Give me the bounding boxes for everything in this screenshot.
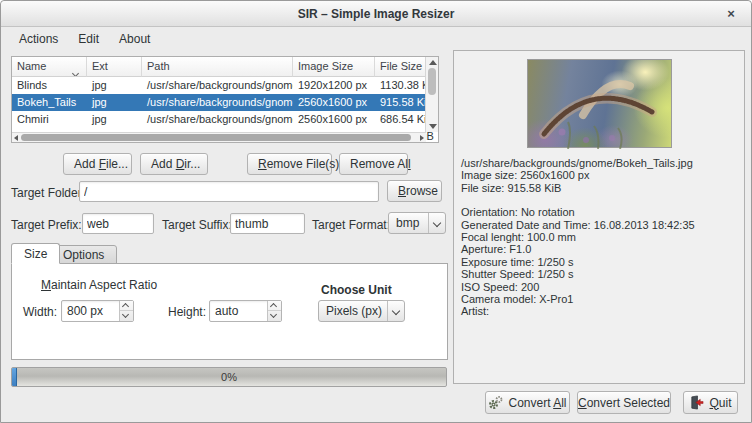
horizontal-scrollbar[interactable] xyxy=(12,132,426,142)
window-title: SIR – Simple Image Resizer xyxy=(298,7,455,21)
horizontal-scroll-thumb[interactable] xyxy=(21,134,411,141)
titlebar[interactable]: SIR – Simple Image Resizer × xyxy=(1,1,751,27)
convert-all-button[interactable]: Convert All xyxy=(485,391,570,414)
remove-all-button[interactable]: Remove All xyxy=(339,153,408,175)
image-details: /usr/share/backgrounds/gnome/Bokeh_Tails… xyxy=(461,157,740,318)
unit-select[interactable]: Pixels (px) xyxy=(318,300,405,322)
detail-camera: Camera model: X-Pro1 xyxy=(461,293,740,305)
add-file-button[interactable]: Add File... xyxy=(63,153,132,175)
chevron-down-icon xyxy=(428,213,445,233)
progress-bar: 0% xyxy=(11,367,447,387)
menubar: Actions Edit About xyxy=(1,27,751,50)
table-row-selected[interactable]: Bokeh_Tailsjpg /usr/share/backgrounds/gn… xyxy=(12,94,438,111)
image-thumbnail xyxy=(527,59,672,148)
table-row[interactable]: Blindsjpg /usr/share/backgrounds/gnome19… xyxy=(12,77,438,94)
detail-generated: Generated Date and Time: 16.08.2013 18:4… xyxy=(461,219,740,231)
table-row[interactable]: Chmirijpg /usr/share/backgrounds/gnome25… xyxy=(12,111,438,128)
width-label: Width: xyxy=(23,305,57,319)
exit-door-icon xyxy=(689,395,704,410)
detail-exposure: Exposure time: 1/250 s xyxy=(461,256,740,268)
menu-actions[interactable]: Actions xyxy=(9,29,68,49)
target-prefix-input[interactable] xyxy=(82,213,154,234)
vertical-scroll-thumb[interactable] xyxy=(428,68,436,95)
target-folder-input[interactable] xyxy=(79,181,379,202)
detail-file-size: File size: 915.58 KiB xyxy=(461,182,740,194)
tab-size[interactable]: Size xyxy=(11,243,60,264)
file-table: Name Ext Path Image Size File Size Blind… xyxy=(11,56,439,143)
target-format-select[interactable]: bmp xyxy=(388,212,446,234)
column-header-path[interactable]: Path xyxy=(142,57,293,77)
preview-panel: /usr/share/backgrounds/gnome/Bokeh_Tails… xyxy=(453,50,745,384)
sort-desc-icon xyxy=(73,63,78,77)
target-prefix-label: Target Prefix: xyxy=(11,218,82,232)
detail-orientation: Orientation: No rotation xyxy=(461,206,740,218)
scroll-left-icon[interactable] xyxy=(14,135,18,141)
column-header-image-size[interactable]: Image Size xyxy=(293,57,375,77)
column-header-ext[interactable]: Ext xyxy=(87,57,142,77)
detail-image-size: Image size: 2560x1600 px xyxy=(461,169,740,181)
app-window: SIR – Simple Image Resizer × Actions Edi… xyxy=(0,0,752,423)
scroll-down-icon[interactable] xyxy=(429,124,437,129)
close-icon[interactable]: × xyxy=(723,1,739,27)
quit-button[interactable]: Quit xyxy=(683,391,738,414)
scroll-right-icon[interactable] xyxy=(420,135,424,141)
vertical-scrollbar[interactable] xyxy=(425,57,438,132)
width-spinbox[interactable]: 800 px xyxy=(61,300,134,322)
detail-aperture: Aperture: F1.0 xyxy=(461,243,740,255)
maintain-aspect-ratio-label: Maintain Aspect Ratio xyxy=(41,278,157,292)
target-suffix-input[interactable] xyxy=(230,213,305,234)
spin-up-icon[interactable] xyxy=(268,301,281,311)
detail-path: /usr/share/backgrounds/gnome/Bokeh_Tails… xyxy=(461,157,740,169)
tab-options[interactable]: Options xyxy=(50,245,117,264)
choose-unit-label: Choose Unit xyxy=(321,283,392,297)
target-folder-label: Target Folder: xyxy=(11,186,85,200)
height-spinbox[interactable]: auto xyxy=(209,300,282,322)
table-header-row: Name Ext Path Image Size File Size xyxy=(12,57,438,77)
detail-iso: ISO Speed: 200 xyxy=(461,281,740,293)
progress-fill xyxy=(12,368,17,386)
menu-edit[interactable]: Edit xyxy=(68,29,109,49)
add-dir-button[interactable]: Add Dir... xyxy=(140,153,208,175)
detail-shutter: Shutter Speed: 1/250 s xyxy=(461,268,740,280)
detail-artist: Artist: xyxy=(461,305,740,317)
detail-focal: Focal lenght: 100.0 mm xyxy=(461,231,740,243)
browse-button[interactable]: Browse xyxy=(387,180,442,202)
remove-files-button[interactable]: Remove File(s) xyxy=(247,153,332,175)
convert-selected-button[interactable]: Convert Selected xyxy=(577,391,671,414)
target-format-label: Target Format: xyxy=(312,218,390,232)
scroll-up-icon[interactable] xyxy=(429,60,437,65)
height-label: Height: xyxy=(168,305,206,319)
column-header-name[interactable]: Name xyxy=(12,57,87,77)
menu-about[interactable]: About xyxy=(109,29,160,49)
spin-down-icon[interactable] xyxy=(268,311,281,321)
chevron-down-icon xyxy=(387,301,404,321)
progress-label: 0% xyxy=(221,371,237,383)
spin-up-icon[interactable] xyxy=(120,301,133,311)
bokeh-grass-illustration xyxy=(528,60,673,149)
gears-icon xyxy=(488,395,503,410)
spin-down-icon[interactable] xyxy=(120,311,133,321)
target-suffix-label: Target Suffix: xyxy=(162,218,232,232)
